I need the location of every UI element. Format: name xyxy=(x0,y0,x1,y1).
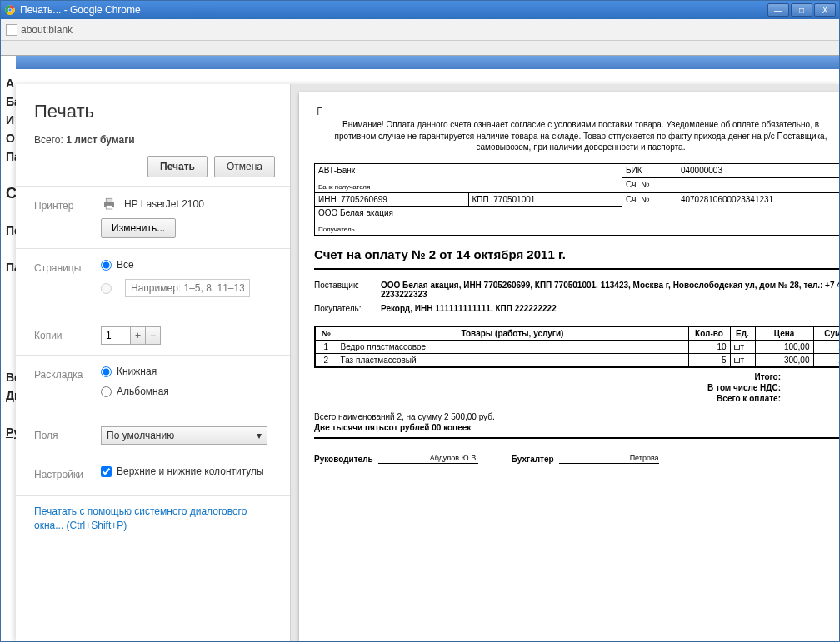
preview-page: ┌ Внимание! Оплата данного счета означае… xyxy=(299,92,839,641)
dialog-titlebar[interactable] xyxy=(16,56,839,69)
pages-all-row[interactable]: Все xyxy=(101,259,275,271)
itogo-label: Итого: xyxy=(754,372,781,381)
col-unit: Ед. xyxy=(730,326,755,341)
copies-increment[interactable]: + xyxy=(131,326,146,345)
table-row: 1 Ведро пластмассовое 10 шт 100,00 1 000 xyxy=(315,340,839,353)
bank-name: АВТ-Банк xyxy=(318,166,618,175)
print-dialog-overlay: Печать Всего: 1 лист бумаги Печать Отмен… xyxy=(1,56,839,641)
inn-value: 7705260699 xyxy=(341,195,388,204)
layout-label: Раскладка xyxy=(34,366,101,381)
nds-value: 381 xyxy=(814,383,839,392)
pages-label: Страницы xyxy=(34,259,101,274)
supplier-value: ООО Белая акация, ИНН 7705260699, КПП 77… xyxy=(381,281,839,299)
items-table: № Товары (работы, услуги) Кол-во Ед. Цен… xyxy=(314,326,839,368)
table-row: 2 Таз пластмассовый 5 шт 300,00 1 500 xyxy=(315,353,839,367)
pages-all-radio[interactable] xyxy=(101,260,112,271)
print-dialog: Печать Всего: 1 лист бумаги Печать Отмен… xyxy=(16,84,839,641)
customer-label: Покупатель: xyxy=(314,304,381,313)
pages-range-radio[interactable] xyxy=(101,283,112,294)
headers-label: Верхние и нижние колонтитулы xyxy=(117,465,264,477)
svg-rect-6 xyxy=(106,206,112,210)
copies-label: Копии xyxy=(34,326,101,341)
signatures: Руководитель Абдулов Ю.В. Бухгалтер Петр… xyxy=(314,439,839,464)
layout-portrait-row[interactable]: Книжная xyxy=(101,366,275,377)
vsego-label: Всего к оплате: xyxy=(717,394,781,403)
window-title: Печать... - Google Chrome xyxy=(20,4,768,16)
margins-select[interactable]: По умолчанию ▾ xyxy=(101,426,268,445)
printer-label: Принтер xyxy=(34,197,101,212)
col-qty: Кол-во xyxy=(688,326,730,341)
account-value: 40702810600023341231 xyxy=(677,192,839,235)
sch-label-2: Сч. № xyxy=(622,192,678,235)
options-section: Настройки Верхние и нижние колонтитулы xyxy=(16,455,290,496)
pages-all-label: Все xyxy=(117,259,134,271)
headers-footers-row[interactable]: Верхние и нижние колонтитулы xyxy=(101,465,275,477)
vsego-value: 2 500 xyxy=(814,394,839,403)
close-button[interactable]: X xyxy=(814,3,836,17)
layout-portrait-radio[interactable] xyxy=(101,366,112,377)
col-price: Цена xyxy=(755,326,813,341)
chrome-icon xyxy=(4,4,16,16)
address-url[interactable]: about:blank xyxy=(21,24,72,36)
svg-point-3 xyxy=(8,8,12,12)
page-corners: ┌ xyxy=(314,101,839,114)
print-total: Всего: 1 лист бумаги xyxy=(34,134,275,146)
dialog-buttons: Печать Отмена xyxy=(34,156,275,177)
sign-right-label: Бухгалтер xyxy=(512,455,554,464)
inn-label: ИНН xyxy=(318,195,337,204)
nds-label: В том числе НДС: xyxy=(708,383,781,392)
summary-line: Всего наименований 2, на сумму 2 500,00 … xyxy=(314,407,839,423)
chrome-window: Печать... - Google Chrome — □ X about:bl… xyxy=(0,0,840,642)
bank-label: Банк получателя xyxy=(318,183,618,191)
print-dialog-title: Печать xyxy=(34,101,275,122)
preview-column: ┌ Внимание! Оплата данного счета означае… xyxy=(291,84,839,641)
total-prefix: Всего: xyxy=(34,134,66,146)
cancel-button[interactable]: Отмена xyxy=(214,156,275,177)
recipient-label: Получатель xyxy=(318,226,618,233)
kpp-label: КПП xyxy=(472,195,489,204)
change-printer-button[interactable]: Изменить... xyxy=(101,218,176,238)
invoice-title: Счет на оплату № 2 от 14 октября 2011 г. xyxy=(314,236,839,270)
bank-table: АВТ-Банк Банк получателя БИК 040000003 С… xyxy=(314,163,839,236)
margins-value: По умолчанию xyxy=(107,430,174,441)
print-button[interactable]: Печать xyxy=(148,156,208,177)
window-titlebar[interactable]: Печать... - Google Chrome — □ X xyxy=(1,1,839,19)
headers-checkbox[interactable] xyxy=(101,466,112,477)
supplier-label: Поставщик: xyxy=(314,281,381,299)
sign-right-name: Петрова xyxy=(559,454,659,464)
sch-label-1: Сч. № xyxy=(622,178,678,193)
svg-rect-5 xyxy=(106,198,112,202)
printer-icon xyxy=(101,197,118,212)
printer-name: HP LaserJet 2100 xyxy=(124,198,204,210)
layout-landscape-radio[interactable] xyxy=(101,386,112,397)
copies-input[interactable] xyxy=(101,326,131,345)
print-settings-panel: Печать Всего: 1 лист бумаги Печать Отмен… xyxy=(16,84,291,641)
maximize-button[interactable]: □ xyxy=(791,3,812,17)
kpp-value: 770501001 xyxy=(493,195,535,204)
pages-range-row[interactable] xyxy=(101,279,275,297)
margins-label: Поля xyxy=(34,426,101,441)
doc-warning: Внимание! Оплата данного счета означает … xyxy=(314,114,839,163)
layout-portrait-label: Книжная xyxy=(117,366,157,377)
totals-block: Итого:2 500 В том числе НДС:381 Всего к … xyxy=(314,368,839,407)
minimize-button[interactable]: — xyxy=(768,3,789,17)
printer-row: HP LaserJet 2100 xyxy=(101,197,275,212)
summary-words: Две тысячи пятьсот рублей 00 копеек xyxy=(314,423,839,439)
col-num: № xyxy=(315,326,337,341)
print-header: Печать Всего: 1 лист бумаги Печать Отмен… xyxy=(16,84,290,186)
layout-landscape-row[interactable]: Альбомная xyxy=(101,386,275,397)
chevron-down-icon: ▾ xyxy=(257,430,262,441)
sign-left-label: Руководитель xyxy=(314,455,373,464)
background-tab-strip xyxy=(1,41,839,56)
copies-decrement[interactable]: − xyxy=(146,326,161,345)
col-name: Товары (работы, услуги) xyxy=(337,326,688,341)
margins-section: Поля По умолчанию ▾ xyxy=(16,416,290,455)
org-name: ООО Белая акация xyxy=(318,208,618,217)
system-dialog-link[interactable]: Печатать с помощью системного диалоговог… xyxy=(16,496,290,541)
browser-viewport: АБаИОПаСПсПаВсДвРу Печать Всего: 1 лист … xyxy=(1,41,839,641)
window-controls: — □ X xyxy=(768,3,836,17)
page-icon xyxy=(6,24,18,36)
total-count: 1 лист бумаги xyxy=(66,134,134,146)
parties: Поставщик: ООО Белая акация, ИНН 7705260… xyxy=(314,275,839,319)
pages-range-input[interactable] xyxy=(125,279,250,297)
